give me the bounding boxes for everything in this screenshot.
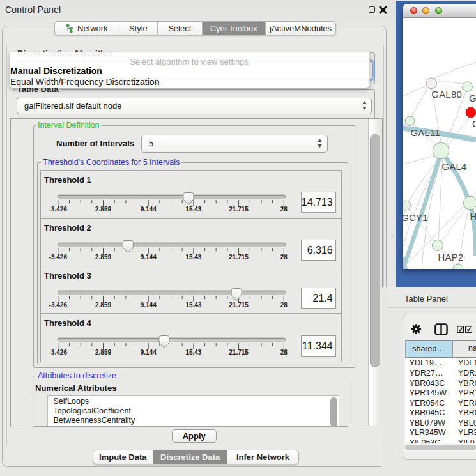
svg-text:28: 28 (280, 349, 288, 356)
svg-text:28: 28 (280, 302, 288, 309)
svg-text:28: 28 (280, 254, 288, 261)
svg-text:GAL11: GAL11 (410, 127, 440, 138)
svg-text:2.859: 2.859 (95, 349, 111, 356)
svg-text:HAP2: HAP2 (438, 252, 464, 263)
svg-text:GAL4: GAL4 (442, 161, 467, 172)
svg-text:15.43: 15.43 (185, 349, 201, 356)
svg-text:21.715: 21.715 (229, 349, 249, 356)
svg-text:-3.426: -3.426 (49, 254, 67, 261)
svg-text:9.144: 9.144 (140, 302, 156, 309)
svg-text:GA: GA (469, 93, 476, 104)
svg-text:CY: CY (472, 118, 476, 129)
svg-text:21.715: 21.715 (229, 206, 249, 213)
svg-text:HI: HI (470, 211, 476, 222)
svg-text:15.43: 15.43 (185, 302, 201, 309)
svg-text:28: 28 (280, 206, 288, 213)
svg-text:2.859: 2.859 (95, 302, 111, 309)
svg-text:-3.426: -3.426 (49, 349, 67, 356)
svg-text:GCY1: GCY1 (403, 212, 428, 223)
svg-text:-3.426: -3.426 (49, 302, 67, 309)
svg-text:15.43: 15.43 (185, 206, 201, 213)
svg-text:9.144: 9.144 (140, 206, 156, 213)
svg-text:GAL80: GAL80 (431, 89, 462, 100)
svg-text:21.715: 21.715 (229, 302, 249, 309)
svg-text:2.859: 2.859 (95, 206, 111, 213)
svg-text:9.144: 9.144 (140, 349, 156, 356)
svg-text:9.144: 9.144 (140, 254, 156, 261)
svg-text:-3.426: -3.426 (49, 206, 67, 213)
svg-text:15.43: 15.43 (185, 254, 201, 261)
svg-text:21.715: 21.715 (229, 254, 249, 261)
svg-text:2.859: 2.859 (95, 254, 111, 261)
